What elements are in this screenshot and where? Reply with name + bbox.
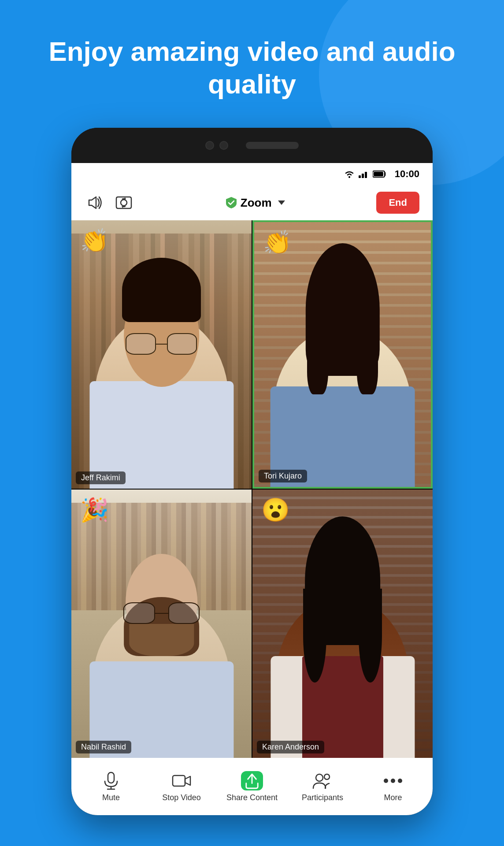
- phone-camera-1: [205, 141, 214, 150]
- phone-top-bar: [71, 128, 433, 163]
- person-visual-nabil: [71, 490, 252, 758]
- svg-point-0: [348, 176, 350, 178]
- mute-label: Mute: [102, 793, 120, 802]
- stop-video-label: Stop Video: [162, 793, 201, 802]
- status-time: 10:00: [395, 168, 419, 180]
- nav-item-share-content[interactable]: Share Content: [223, 771, 281, 802]
- more-label: More: [384, 793, 402, 802]
- video-cell-jeff: 👏 Jeff Rakimi: [71, 220, 252, 489]
- zoom-toolbar: Zoom End: [71, 185, 433, 220]
- zoom-brand: Zoom: [143, 196, 367, 210]
- nav-item-more[interactable]: More: [364, 771, 422, 802]
- svg-point-12: [324, 774, 330, 779]
- wifi-icon: [344, 170, 355, 178]
- name-tori: Tori Kujaro: [259, 470, 307, 482]
- zoom-dropdown-icon[interactable]: [278, 200, 285, 205]
- svg-point-14: [391, 779, 395, 783]
- svg-point-13: [384, 779, 388, 783]
- emoji-jeff: 👏: [80, 229, 109, 252]
- share-content-icon: [241, 771, 263, 790]
- participants-icon: [311, 771, 334, 790]
- phone-camera-2: [219, 141, 228, 150]
- end-call-button[interactable]: End: [376, 192, 419, 214]
- mute-icon: [100, 771, 122, 790]
- person-visual-tori: [254, 222, 431, 487]
- speaker-icon: [86, 195, 103, 210]
- video-grid: 👏 Jeff Rakimi 👏 Tori Kuj: [71, 220, 433, 758]
- phone-mockup: 10:00: [71, 128, 433, 815]
- nav-item-participants[interactable]: Participants: [294, 771, 351, 802]
- share-content-label: Share Content: [226, 793, 278, 802]
- signal-icon: [359, 170, 369, 178]
- svg-rect-3: [365, 172, 367, 178]
- person-visual-karen: [252, 490, 433, 758]
- video-cell-nabil: 🎉 Nabil Rashid: [71, 490, 252, 758]
- name-nabil: Nabil Rashid: [76, 741, 131, 753]
- svg-rect-5: [374, 172, 383, 176]
- svg-point-6: [121, 200, 127, 206]
- stop-video-icon: [170, 771, 193, 790]
- svg-rect-1: [359, 175, 361, 178]
- svg-rect-10: [173, 776, 185, 786]
- phone-speaker: [246, 142, 299, 149]
- bottom-nav: Mute Stop Video Share Content: [71, 758, 433, 815]
- svg-rect-2: [362, 174, 364, 178]
- participants-label: Participants: [302, 793, 343, 802]
- battery-icon: [373, 170, 387, 178]
- status-bar: 10:00: [71, 163, 433, 185]
- svg-point-11: [316, 774, 323, 781]
- name-jeff: Jeff Rakimi: [76, 471, 126, 484]
- emoji-tori: 👏: [263, 231, 292, 254]
- camera-flip-button[interactable]: [114, 193, 134, 213]
- shield-icon: [226, 197, 237, 209]
- emoji-nabil: 🎉: [80, 498, 109, 521]
- hero-title: Enjoy amazing video and audio quality: [0, 35, 504, 101]
- person-visual-jeff: [71, 220, 252, 489]
- zoom-brand-name: Zoom: [241, 196, 272, 210]
- nav-item-mute[interactable]: Mute: [82, 771, 140, 802]
- video-cell-karen: 😮 Karen Anderson: [252, 490, 433, 758]
- name-karen: Karen Anderson: [257, 741, 324, 753]
- nav-item-stop-video[interactable]: Stop Video: [153, 771, 210, 802]
- svg-rect-7: [108, 772, 114, 783]
- more-icon: [382, 771, 404, 790]
- phone-cameras: [205, 141, 228, 150]
- emoji-karen: 😮: [261, 498, 290, 521]
- speaker-button[interactable]: [85, 193, 105, 213]
- status-icons: 10:00: [344, 168, 419, 180]
- svg-point-15: [398, 779, 402, 783]
- camera-flip-icon: [115, 195, 133, 210]
- video-cell-tori: 👏 Tori Kujaro: [252, 220, 433, 489]
